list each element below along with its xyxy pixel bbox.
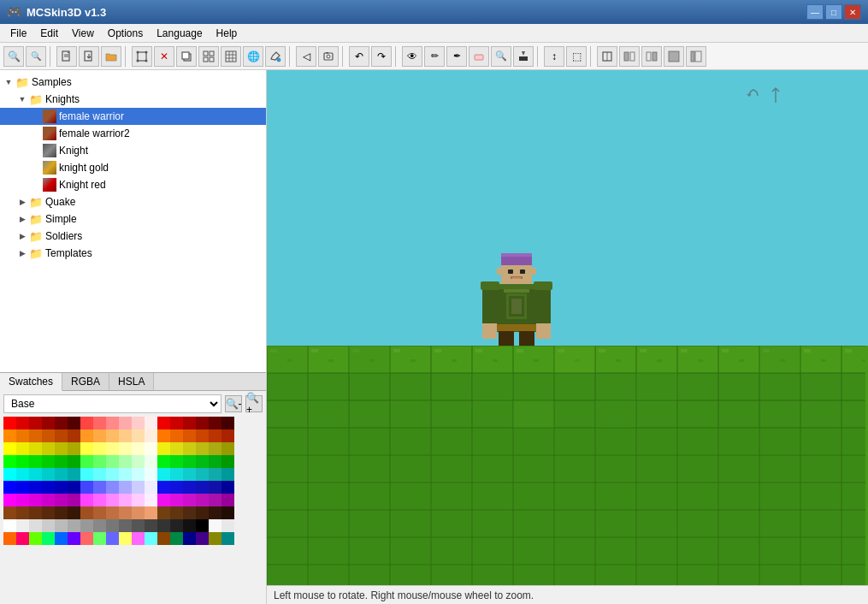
color-swatch[interactable] <box>145 455 157 468</box>
color-swatch[interactable] <box>80 481 93 494</box>
color-swatch[interactable] <box>42 429 55 442</box>
color-swatch[interactable] <box>68 532 80 545</box>
color-swatch[interactable] <box>55 442 68 455</box>
color-swatch[interactable] <box>209 532 221 545</box>
color-swatch[interactable] <box>132 532 145 545</box>
color-swatch[interactable] <box>55 468 68 481</box>
color-swatch[interactable] <box>196 519 209 532</box>
eraser-button[interactable] <box>469 46 489 67</box>
color-swatch[interactable] <box>106 506 119 519</box>
tree-node-female-warrior2[interactable]: female warrior2 <box>0 125 266 142</box>
tree-node-knight-red[interactable]: Knight red <box>0 176 266 193</box>
color-swatch[interactable] <box>106 532 119 545</box>
color-swatch[interactable] <box>170 442 183 455</box>
color-swatch[interactable] <box>93 442 106 455</box>
color-swatch[interactable] <box>80 468 93 481</box>
color-swatch[interactable] <box>170 468 183 481</box>
pencil2-button[interactable]: ✒ <box>446 46 467 67</box>
color-swatch[interactable] <box>145 506 157 519</box>
color-swatch[interactable] <box>80 429 93 442</box>
color-swatch[interactable] <box>209 468 221 481</box>
color-swatch[interactable] <box>209 519 221 532</box>
expand-icon-quake[interactable]: ▶ <box>15 195 29 209</box>
view4-button[interactable] <box>664 46 684 67</box>
grid-button[interactable] <box>198 46 219 67</box>
color-swatch[interactable] <box>170 506 183 519</box>
color-swatch[interactable] <box>119 532 132 545</box>
color-swatch[interactable] <box>157 455 170 468</box>
color-swatch[interactable] <box>42 417 55 429</box>
color-swatch[interactable] <box>170 519 183 532</box>
color-swatch[interactable] <box>132 519 145 532</box>
menu-edit[interactable]: Edit <box>33 26 65 41</box>
color-swatch[interactable] <box>3 494 16 506</box>
color-swatch[interactable] <box>55 429 68 442</box>
color-swatch[interactable] <box>55 506 68 519</box>
color-swatch[interactable] <box>170 417 183 429</box>
tree-node-samples[interactable]: ▼ 📁 Samples <box>0 74 266 91</box>
color-swatch[interactable] <box>80 532 93 545</box>
color-swatch[interactable] <box>29 519 42 532</box>
color-swatch[interactable] <box>221 506 234 519</box>
color-swatch[interactable] <box>119 519 132 532</box>
pencil-button[interactable]: ✏ <box>424 46 445 67</box>
color-swatch[interactable] <box>119 455 132 468</box>
color-swatch[interactable] <box>93 532 106 545</box>
color-swatch[interactable] <box>196 417 209 429</box>
color-swatch[interactable] <box>119 442 132 455</box>
color-swatch[interactable] <box>3 519 16 532</box>
tree-node-templates[interactable]: ▶ 📁 Templates <box>0 245 266 262</box>
color-swatch[interactable] <box>183 506 196 519</box>
color-swatch[interactable] <box>16 468 29 481</box>
color-swatch[interactable] <box>145 519 157 532</box>
color-swatch[interactable] <box>42 506 55 519</box>
color-swatch[interactable] <box>93 481 106 494</box>
view3-button[interactable] <box>641 46 662 67</box>
expand-icon-knights[interactable]: ▼ <box>15 92 29 106</box>
color-swatch[interactable] <box>157 442 170 455</box>
color-swatch[interactable] <box>196 429 209 442</box>
menu-file[interactable]: File <box>3 26 33 41</box>
color-swatch[interactable] <box>157 494 170 506</box>
color-swatch[interactable] <box>157 506 170 519</box>
tree-node-female-warrior[interactable]: female warrior <box>0 108 266 125</box>
magnify-button[interactable]: 🔍 <box>491 46 511 67</box>
color-swatch[interactable] <box>106 519 119 532</box>
color-swatch[interactable] <box>16 519 29 532</box>
color-swatch[interactable] <box>29 468 42 481</box>
color-swatch[interactable] <box>3 468 16 481</box>
menu-options[interactable]: Options <box>101 26 150 41</box>
color-swatch[interactable] <box>68 429 80 442</box>
color-swatch[interactable] <box>29 429 42 442</box>
color-swatch[interactable] <box>132 468 145 481</box>
expand-icon-templates[interactable]: ▶ <box>15 246 29 260</box>
tree-node-knight[interactable]: Knight <box>0 142 266 159</box>
color-swatch[interactable] <box>106 481 119 494</box>
color-swatch[interactable] <box>132 455 145 468</box>
color-swatch[interactable] <box>209 455 221 468</box>
color-swatch[interactable] <box>16 494 29 506</box>
color-swatch[interactable] <box>221 494 234 506</box>
color-swatch[interactable] <box>55 519 68 532</box>
color-swatch[interactable] <box>42 532 55 545</box>
color-swatch[interactable] <box>93 417 106 429</box>
color-swatch[interactable] <box>106 494 119 506</box>
redo-button[interactable]: ↷ <box>371 46 392 67</box>
zoom-in-button[interactable]: 🔍 <box>3 46 24 67</box>
color-swatch[interactable] <box>16 481 29 494</box>
color-swatch[interactable] <box>80 455 93 468</box>
color-swatch[interactable] <box>68 455 80 468</box>
color-swatch[interactable] <box>209 481 221 494</box>
color-swatch[interactable] <box>16 455 29 468</box>
open-button[interactable] <box>101 46 121 67</box>
color-swatch[interactable] <box>106 429 119 442</box>
tree-view[interactable]: ▼ 📁 Samples ▼ 📁 Knights female warrior f <box>0 70 266 373</box>
color-swatch[interactable] <box>196 468 209 481</box>
color-swatch[interactable] <box>3 429 16 442</box>
menu-view[interactable]: View <box>65 26 101 41</box>
tree-node-soldiers[interactable]: ▶ 📁 Soldiers <box>0 228 266 245</box>
color-swatch[interactable] <box>183 417 196 429</box>
color-swatch[interactable] <box>196 494 209 506</box>
color-swatch[interactable] <box>183 481 196 494</box>
color-swatch[interactable] <box>196 442 209 455</box>
